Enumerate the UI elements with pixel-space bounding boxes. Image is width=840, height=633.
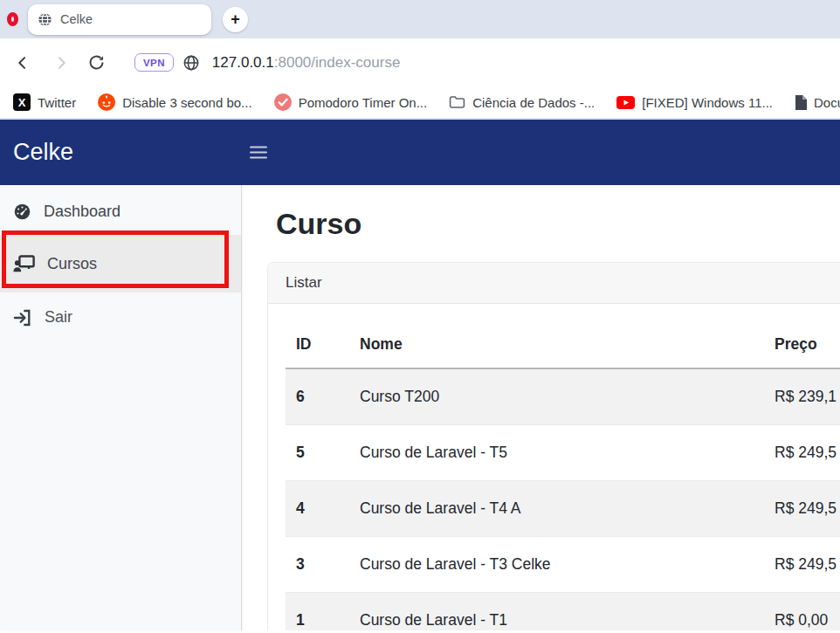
bookmark-label: Pomodoro Timer On...	[299, 95, 428, 110]
column-header-nome: Nome	[349, 321, 764, 368]
cell-id: 3	[286, 537, 349, 593]
cell-id: 6	[286, 368, 349, 425]
cell-preco: R$ 0,00	[764, 593, 840, 631]
card-body: ID Nome Preço 6 Curso T200 R$ 239,1	[268, 304, 840, 630]
x-twitter-icon: X	[13, 93, 31, 111]
folder-icon	[449, 95, 465, 109]
table-row: 5 Curso de Laravel - T5 R$ 249,5	[286, 425, 840, 481]
sidebar-item-cursos-wrapper: Cursos	[0, 230, 241, 297]
sidebar-item-label: Cursos	[47, 255, 97, 273]
browser-address-bar: VPN 127.0.0.1:8000/index-course	[0, 38, 840, 86]
bookmark-folder-ciencia[interactable]: Ciência de Dados -...	[449, 95, 595, 110]
url-host: 127.0.0.1	[212, 54, 274, 71]
table-row: 1 Curso de Laravel - T1 R$ 0,00	[286, 593, 840, 631]
sidebar-item-cursos[interactable]: Cursos	[0, 230, 241, 297]
screen: Celke + VPN 127.0.0.1:8000/index-course …	[0, 0, 840, 633]
cell-nome: Curso T200	[349, 368, 764, 425]
table-header-row: ID Nome Preço	[286, 321, 840, 368]
reload-button[interactable]	[80, 47, 112, 79]
bookmark-label: Ciência de Dados -...	[472, 95, 595, 110]
vpn-badge[interactable]: VPN	[134, 53, 174, 72]
cell-nome: Curso de Laravel - T5	[349, 425, 764, 481]
reddit-icon	[98, 93, 115, 111]
bookmark-reddit[interactable]: Disable 3 second bo...	[98, 93, 251, 111]
globe-favicon-icon	[38, 12, 52, 27]
sidebar-item-dashboard[interactable]: Dashboard	[0, 192, 241, 230]
app-header: Celke	[0, 120, 840, 185]
sidebar-item-label: Dashboard	[44, 203, 120, 221]
column-header-preco: Preço	[764, 321, 840, 368]
cell-preco: R$ 239,1	[764, 368, 840, 425]
document-icon	[795, 95, 807, 110]
bookmark-youtube[interactable]: [FIXED] Windows 11...	[616, 95, 773, 110]
cell-id: 5	[286, 425, 349, 481]
site-globe-icon[interactable]	[182, 54, 200, 72]
bookmark-twitter[interactable]: X Twitter	[13, 93, 76, 111]
sign-out-icon	[13, 309, 32, 327]
tab-title: Celke	[60, 12, 93, 26]
bookmark-label: Disable 3 second bo...	[122, 95, 251, 110]
main-content: Curso Listar ID Nome Preço	[242, 185, 840, 630]
gauge-icon	[13, 203, 31, 221]
column-header-id: ID	[286, 321, 349, 368]
cell-nome: Curso de Laravel - T3 Celke	[349, 537, 764, 593]
check-circle-icon	[274, 93, 292, 111]
table-row: 6 Curso T200 R$ 239,1	[286, 368, 840, 425]
opera-logo-icon[interactable]	[7, 12, 18, 26]
app-body: Dashboard Cursos Sair Curso	[0, 185, 840, 630]
chalkboard-user-icon	[13, 255, 35, 272]
browser-tab-strip: Celke +	[0, 0, 840, 38]
cell-nome: Curso de Laravel - T1	[349, 593, 764, 631]
url-field[interactable]: 127.0.0.1:8000/index-course	[212, 54, 401, 72]
browser-tab[interactable]: Celke	[28, 4, 211, 35]
sidebar-item-sair[interactable]: Sair	[0, 297, 241, 338]
list-card: Listar ID Nome Preço	[267, 262, 840, 630]
bookmarks-bar: X Twitter Disable 3 second bo... Pomodor…	[0, 86, 840, 120]
bookmark-label: [FIXED] Windows 11...	[642, 95, 773, 110]
page-title: Curso	[276, 205, 840, 243]
cell-preco: R$ 249,5	[764, 425, 840, 481]
table-row: 3 Curso de Laravel - T3 Celke R$ 249,5	[286, 537, 840, 593]
cell-nome: Curso de Laravel - T4 A	[349, 481, 764, 537]
url-path: :8000/index-course	[274, 54, 401, 71]
back-button[interactable]	[7, 47, 38, 79]
app-brand[interactable]: Celke	[13, 139, 73, 166]
table-row: 4 Curso de Laravel - T4 A R$ 249,5	[286, 481, 840, 537]
sidebar: Dashboard Cursos Sair	[0, 185, 242, 630]
forward-button[interactable]	[45, 47, 77, 79]
bookmark-document[interactable]: Document	[795, 95, 840, 110]
bookmark-pomodoro[interactable]: Pomodoro Timer On...	[274, 93, 428, 111]
courses-table: ID Nome Preço 6 Curso T200 R$ 239,1	[286, 321, 840, 630]
youtube-icon	[616, 96, 635, 109]
sidebar-item-label: Sair	[45, 308, 72, 327]
card-header: Listar	[268, 263, 840, 304]
cell-id: 1	[286, 593, 349, 631]
cell-preco: R$ 249,5	[764, 537, 840, 593]
cell-preco: R$ 249,5	[764, 481, 840, 537]
cell-id: 4	[286, 481, 349, 537]
hamburger-menu-icon[interactable]	[250, 146, 267, 159]
bookmark-label: Document	[814, 95, 840, 110]
new-tab-button[interactable]: +	[223, 7, 248, 32]
bookmark-label: Twitter	[38, 95, 76, 110]
